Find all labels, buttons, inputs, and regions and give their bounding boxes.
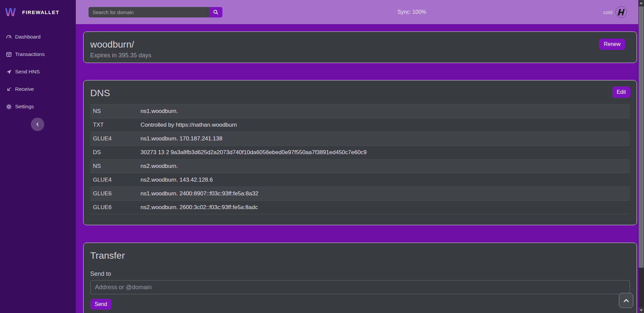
sidebar-item-label: Settings [15,104,34,110]
transactions-icon [6,52,12,57]
record-value: ns2.woodburn. 143.42.128.6 [138,173,630,187]
record-type: GLUE6 [90,187,138,201]
sidebar-nav: Dashboard Transactions Send HNS Receive [0,24,76,115]
domain-expiry: Expires in 395.35 days [90,52,630,59]
handshake-wallet-icon[interactable] [615,6,627,18]
send-to-label: Send to [90,270,630,277]
sidebar-item-label: Dashboard [15,34,41,40]
transfer-card: Transfer Send to Send [83,243,637,313]
sidebar-item-label: Receive [15,86,34,92]
domain-card: woodburn/ Expires in 395.35 days Renew [83,32,637,63]
firewallet-logo-icon: W [5,6,18,18]
main-panel: woodburn/ Expires in 395.35 days Renew D… [76,24,644,313]
dns-records-table: NS ns1.woodburn. TXT Controlled by https… [90,104,630,214]
settings-icon [6,104,12,110]
table-row: GLUE4 ns2.woodburn. 143.42.128.6 [90,173,630,187]
sidebar: W FIREWALLET Dashboard Transactions Send… [0,0,76,313]
record-value: 30273 13 2 9a3a8fb3d625d2a2073d740f10da6… [138,146,630,160]
record-value: ns2.woodburn. [138,160,630,173]
handshake-h-glyph [618,9,625,15]
table-row: GLUE6 ns1.woodburn. 2400:8907::f03c:93ff… [90,187,630,201]
edit-button[interactable]: Edit [612,86,630,98]
search-button[interactable] [209,7,222,17]
domain-search [89,7,222,17]
vertical-scrollbar[interactable] [638,0,644,313]
triangle-up-icon [640,2,643,4]
table-row: TXT Controlled by https://nathan.woodbur… [90,118,630,132]
scrollbar-up-arrow[interactable] [638,0,644,6]
svg-text:W: W [5,6,16,18]
send-button[interactable]: Send [90,299,111,310]
sync-status: Sync: 100% [397,9,426,15]
record-value: Controlled by https://nathan.woodburn [138,118,630,132]
wallet-cluster: cold [603,0,627,24]
search-input[interactable] [89,7,209,17]
wallet-name: cold [603,9,612,15]
dashboard-icon [6,34,12,40]
chevron-up-icon [623,299,629,303]
table-row: NS ns1.woodburn. [90,105,630,118]
record-type: TXT [90,118,138,132]
search-icon [213,9,219,15]
dns-title: DNS [90,86,630,100]
chevron-left-icon [35,122,40,127]
scrollbar-down-arrow[interactable] [638,307,644,313]
content-area: Sync: 100% cold woodburn/ Expires in 395… [76,0,644,313]
record-value: ns1.woodburn. [138,105,630,118]
transfer-title: Transfer [90,249,630,262]
record-value: ns1.woodburn. 2400:8907::f03c:93ff:fe5a:… [138,187,630,201]
sidebar-item-label: Transactions [15,51,45,57]
send-icon [6,69,12,75]
sidebar-item-label: Send HNS [15,69,40,75]
receive-icon [6,86,12,92]
table-row: GLUE4 ns1.woodburn. 170.187.241.138 [90,132,630,146]
triangle-down-icon [640,309,643,311]
sidebar-item-transactions[interactable]: Transactions [0,46,76,63]
record-value: ns2.woodburn. 2600:3c02::f03c:93ff:fe5a:… [138,201,630,214]
record-type: DS [90,146,138,160]
renew-button[interactable]: Renew [599,39,625,50]
table-row: GLUE6 ns2.woodburn. 2600:3c02::f03c:93ff… [90,201,630,214]
app-logo: W FIREWALLET [0,0,76,24]
sidebar-item-receive[interactable]: Receive [0,80,76,98]
recipient-input[interactable] [90,280,630,294]
sidebar-collapse-button[interactable] [31,118,44,131]
table-row: NS ns2.woodburn. [90,160,630,173]
sidebar-item-settings[interactable]: Settings [0,98,76,115]
sidebar-item-send-hns[interactable]: Send HNS [0,63,76,80]
domain-title: woodburn/ [90,38,630,51]
record-value: ns1.woodburn. 170.187.241.138 [138,132,630,146]
record-type: GLUE6 [90,201,138,214]
table-row: DS 30273 13 2 9a3a8fb3d625d2a2073d740f10… [90,146,630,160]
brand-name: FIREWALLET [22,9,59,15]
record-type: GLUE4 [90,132,138,146]
record-type: GLUE4 [90,173,138,187]
scroll-to-top-button[interactable] [619,293,633,308]
dns-card: DNS Edit NS ns1.woodburn. TXT Controlled… [83,80,637,225]
scrollbar-thumb[interactable] [639,6,644,268]
sidebar-item-dashboard[interactable]: Dashboard [0,28,76,46]
record-type: NS [90,105,138,118]
record-type: NS [90,160,138,173]
topbar: Sync: 100% cold [76,0,644,24]
